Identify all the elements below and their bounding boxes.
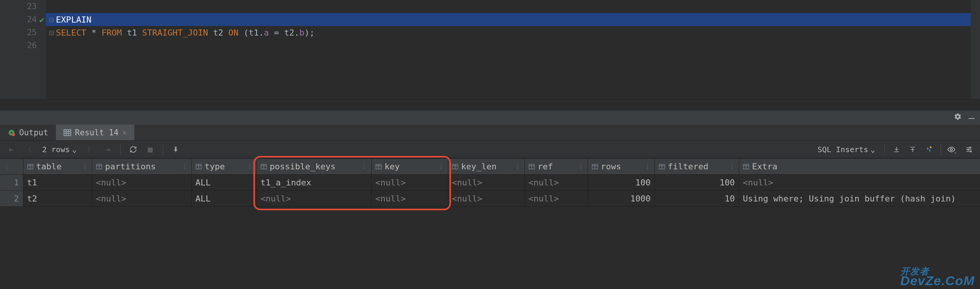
column-icon: [196, 162, 202, 171]
sort-handle-icon[interactable]: ⋮: [514, 163, 521, 170]
cell-rows[interactable]: 1000: [588, 191, 655, 207]
column-header-type[interactable]: type⋮: [191, 159, 256, 175]
sort-handle-icon[interactable]: ⋮: [181, 163, 188, 170]
chevron-down-icon: ⌄: [72, 145, 77, 154]
cell-table[interactable]: t2: [23, 191, 92, 207]
column-header-key[interactable]: key⋮: [371, 159, 448, 175]
code-token: =: [269, 28, 284, 37]
code-line[interactable]: [46, 0, 971, 13]
eye-icon[interactable]: ⌄: [946, 143, 959, 156]
gutter-line[interactable]: 24✔: [0, 13, 46, 26]
column-label: key: [385, 162, 400, 171]
cell-possible_keys[interactable]: t1_a_index: [256, 175, 371, 191]
sort-handle-icon[interactable]: ⋮: [247, 163, 253, 170]
column-header-rows[interactable]: rows⋮: [588, 159, 655, 175]
close-icon[interactable]: ✕: [122, 128, 127, 136]
column-header-ref[interactable]: ref⋮: [524, 159, 588, 175]
next-page-button[interactable]: 〉: [84, 143, 97, 156]
cell-filtered[interactable]: 100: [655, 175, 739, 191]
cell-partitions[interactable]: <null>: [92, 175, 191, 191]
compare-icon[interactable]: [922, 143, 935, 156]
code-line[interactable]: [46, 39, 971, 52]
cell-key[interactable]: <null>: [371, 175, 448, 191]
cell-Extra[interactable]: <null>: [739, 175, 980, 191]
column-header-possible_keys[interactable]: possible_keys⋮: [256, 159, 371, 175]
cell-key_len[interactable]: <null>: [448, 191, 524, 207]
svg-point-9: [951, 148, 953, 151]
separator: [120, 144, 121, 154]
code-token: .: [259, 28, 264, 37]
row-number-header[interactable]: ⋮: [0, 159, 23, 175]
cell-partitions[interactable]: <null>: [92, 191, 191, 207]
reload-button[interactable]: [127, 143, 140, 156]
sql-mode-dropdown[interactable]: SQL Inserts ⌄: [814, 145, 879, 154]
tab-output-label: Output: [19, 128, 48, 137]
sort-handle-icon[interactable]: ⋮: [645, 163, 651, 170]
code-token: t1: [248, 28, 259, 37]
column-icon: [27, 162, 33, 171]
cell-filtered[interactable]: 10: [655, 191, 739, 207]
last-page-button[interactable]: ⇥: [101, 143, 114, 156]
gutter-line[interactable]: 23: [0, 0, 46, 13]
cell-key_len[interactable]: <null>: [448, 175, 524, 191]
column-header-key_len[interactable]: key_len⋮: [448, 159, 524, 175]
cell-type[interactable]: ALL: [191, 175, 256, 191]
settings-sliders-icon[interactable]: [962, 143, 975, 156]
column-header-filtered[interactable]: filtered⋮: [655, 159, 739, 175]
table-row[interactable]: 2t2<null>ALL<null><null><null><null>1000…: [0, 191, 980, 207]
cell-table[interactable]: t1: [23, 175, 92, 191]
result-table: ⋮table⋮partitions⋮type⋮possible_keys⋮key…: [0, 158, 980, 207]
check-icon: ✔: [39, 15, 44, 24]
table-row[interactable]: 1t1<null>ALLt1_a_index<null><null><null>…: [0, 175, 980, 191]
column-label: rows: [601, 162, 621, 171]
cell-key[interactable]: <null>: [371, 191, 448, 207]
cell-ref[interactable]: <null>: [524, 191, 588, 207]
column-header-table[interactable]: table⋮: [23, 159, 92, 175]
column-header-partitions[interactable]: partitions⋮: [92, 159, 191, 175]
code-token: STRAIGHT_JOIN: [142, 28, 208, 37]
prev-page-button[interactable]: 〈: [21, 143, 34, 156]
cell-type[interactable]: ALL: [191, 191, 256, 207]
code-area[interactable]: ⊟EXPLAIN⊟SELECT * FROM t1 STRAIGHT_JOIN …: [46, 0, 971, 99]
null-value: <null>: [452, 194, 482, 203]
tab-result[interactable]: Result 14 ✕: [56, 125, 134, 140]
code-line[interactable]: ⊟SELECT * FROM t1 STRAIGHT_JOIN t2 ON (t…: [46, 26, 971, 39]
fold-icon[interactable]: ⊟: [49, 28, 56, 37]
cell-Extra[interactable]: Using where; Using join buffer (hash joi…: [739, 191, 980, 207]
null-value: <null>: [96, 178, 126, 187]
export-download-icon[interactable]: [890, 143, 903, 156]
watermark-bottom: DevZe.CoM: [900, 273, 975, 288]
pin-button[interactable]: [169, 143, 182, 156]
sort-handle-icon[interactable]: ⋮: [578, 163, 584, 170]
gutter-line[interactable]: 25: [0, 26, 46, 39]
hide-panel-icon[interactable]: —: [969, 112, 975, 123]
sort-handle-icon[interactable]: ⋮: [729, 163, 735, 170]
code-token: t1: [127, 28, 137, 37]
sort-handle-icon[interactable]: ⋮: [82, 163, 88, 170]
cell-possible_keys[interactable]: <null>: [256, 191, 371, 207]
rows-count-dropdown[interactable]: 2 rows ⌄: [38, 145, 80, 154]
chevron-down-icon: ⌄: [871, 145, 875, 154]
code-line[interactable]: ⊟EXPLAIN: [46, 13, 971, 26]
fold-icon[interactable]: ⊟: [49, 15, 56, 24]
code-token: [223, 28, 228, 37]
chevron-down-icon: ⌄: [954, 149, 957, 154]
gutter-line[interactable]: 26: [0, 39, 46, 52]
null-value: <null>: [529, 194, 559, 203]
code-token: b: [299, 28, 304, 37]
sort-handle-icon[interactable]: ⋮: [361, 163, 368, 170]
stop-button[interactable]: ■: [144, 143, 157, 156]
tab-result-label: Result 14: [75, 128, 119, 137]
column-header-Extra[interactable]: Extra⋮: [739, 159, 980, 175]
tool-window-header: —: [0, 110, 980, 125]
tab-output[interactable]: Output: [0, 125, 56, 140]
code-token: [208, 28, 213, 37]
gear-icon[interactable]: [954, 113, 962, 122]
null-value: <null>: [376, 194, 406, 203]
column-label: type: [205, 162, 225, 171]
first-page-button[interactable]: ⇤: [5, 143, 18, 156]
sort-handle-icon[interactable]: ⋮: [438, 163, 444, 170]
cell-ref[interactable]: <null>: [524, 175, 588, 191]
export-upload-icon[interactable]: [906, 143, 919, 156]
cell-rows[interactable]: 100: [588, 175, 655, 191]
